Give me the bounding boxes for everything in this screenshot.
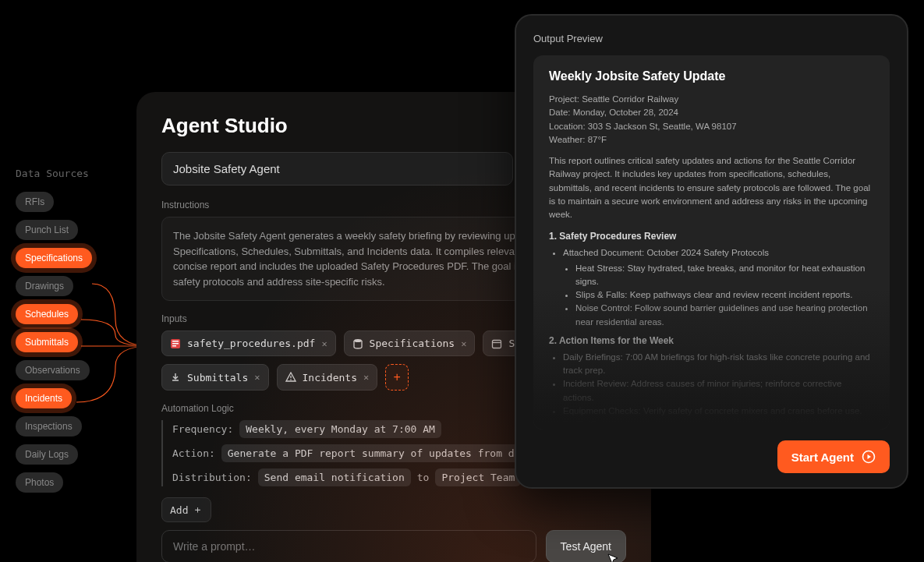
action-label: Action: [172,447,215,459]
output-preview-panel: Output Preview Weekly Jobsite Safety Upd… [515,14,908,489]
input-chip-submittals[interactable]: Submittals ✕ [161,364,269,391]
start-agent-button[interactable]: Start Agent [777,440,890,473]
source-pill-punch-list[interactable]: Punch List [16,220,78,240]
section2-bullet: Incident Review: Address causes of minor… [563,377,874,405]
close-icon[interactable]: ✕ [461,338,466,349]
svg-point-4 [354,339,362,342]
cursor-icon [607,553,619,562]
warning-icon [285,372,296,383]
source-pill-rfis[interactable]: RFIs [16,192,54,212]
section1-bullet: Noise Control: Follow sound barrier guid… [575,302,874,329]
pdf-icon [170,338,181,349]
svg-rect-1 [172,341,179,342]
agent-name-input[interactable] [161,152,513,186]
input-chip-incidents[interactable]: Incidents ✕ [277,364,378,391]
close-icon[interactable]: ✕ [254,372,260,383]
svg-rect-5 [493,340,501,348]
prompt-input[interactable] [161,530,536,562]
to-word: to [417,472,430,483]
test-agent-label: Test Agent [561,540,611,553]
section1-bullet: Slips & Falls: Keep pathways clear and r… [575,288,874,302]
section2-bullet: Equipment Checks: Verify safety of concr… [563,405,874,418]
section1-title: 1. Safety Procedures Review [549,231,874,242]
calendar-icon [491,338,502,349]
chip-label: Submittals [187,372,248,384]
start-agent-label: Start Agent [791,451,854,464]
frequency-label: Frequency: [172,423,233,435]
meta-location: Location: 303 S Jackson St, Seattle, WA … [549,120,874,133]
section1-doc: Attached Document: October 2024 Safety P… [563,246,874,260]
source-pill-incidents[interactable]: Incidents [16,388,72,408]
close-icon[interactable]: ✕ [363,372,369,383]
output-preview-title: Output Preview [533,33,890,44]
svg-point-8 [290,379,292,380]
action-value[interactable]: Generate a PDF report summary of updates… [221,444,539,462]
source-pill-submittals[interactable]: Submittals [16,332,78,352]
meta-weather: Weather: 87°F [549,133,874,147]
chip-label: safety_procedures.pdf [187,338,315,349]
report-heading: Weekly Jobsite Safety Update [549,69,874,83]
report-meta: Project: Seattle Corridor Railway Date: … [549,93,874,147]
download-icon [170,372,181,383]
data-sources-title: Data Sources [16,168,117,179]
chip-label: Specifications [370,338,455,349]
plus-icon: ＋ [193,503,203,517]
source-pill-inspections[interactable]: Inspections [16,416,82,437]
section2-bullet: Daily Briefings: 7:00 AM briefings for h… [563,351,874,378]
report-card: Weekly Jobsite Safety Update Project: Se… [533,55,890,429]
distribution-target[interactable]: Project Team [435,468,521,486]
source-pill-drawings[interactable]: Drawings [16,276,73,296]
section2-title: 2. Action Items for the Week [549,335,874,346]
add-input-button[interactable]: + [385,364,409,391]
distribution-value[interactable]: Send email notification [258,468,411,486]
chip-label: Incidents [303,372,357,384]
distribution-label: Distribution: [172,472,252,483]
add-logic-button[interactable]: Add ＋ [161,497,211,522]
svg-rect-3 [172,345,176,347]
close-icon[interactable]: ✕ [321,338,327,349]
source-pill-specifications[interactable]: Specifications [16,248,92,268]
source-pill-observations[interactable]: Observations [16,360,90,380]
source-pill-daily-logs[interactable]: Daily Logs [16,444,78,465]
database-icon [352,338,363,349]
source-pill-schedules[interactable]: Schedules [16,304,78,324]
add-logic-label: Add [170,504,188,516]
report-intro: This report outlines critical safety upd… [549,154,874,221]
play-circle-icon [862,450,876,464]
input-chip-specifications[interactable]: Specifications ✕ [344,330,476,356]
input-chip-file[interactable]: safety_procedures.pdf ✕ [161,330,336,356]
data-sources-panel: Data Sources RFIs Punch List Specificati… [16,168,117,500]
test-agent-button[interactable]: Test Agent [546,530,626,562]
section1-bullet: Heat Stress: Stay hydrated, take breaks,… [575,262,874,289]
frequency-value[interactable]: Weekly, every Monday at 7:00 AM [239,420,441,438]
svg-rect-2 [172,343,179,345]
source-pill-photos[interactable]: Photos [16,472,63,493]
meta-date: Date: Monday, October 28, 2024 [549,106,874,119]
meta-project: Project: Seattle Corridor Railway [549,93,874,106]
section2-bullet: Traffic Oversight: Update detour routes … [563,418,874,429]
